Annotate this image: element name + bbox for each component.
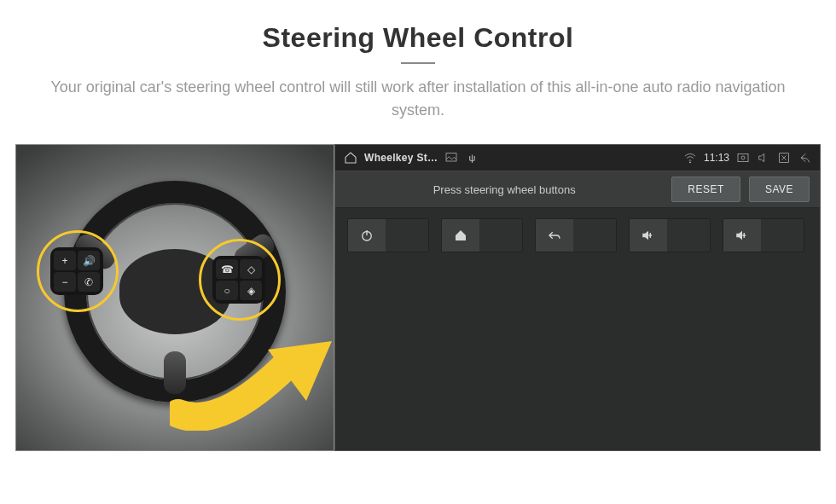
prompt-label: Press steering wheel buttons: [345, 183, 663, 196]
mute-icon[interactable]: [757, 151, 770, 165]
key-grid: [335, 208, 820, 450]
action-row: Press steering wheel buttons RESET SAVE: [335, 171, 820, 208]
key-home[interactable]: [441, 218, 523, 252]
return-icon: [536, 219, 573, 252]
wheel-btn-r4: ◈: [240, 281, 262, 300]
steering-wheel-photo: + 🔊 − ✆ ☎ ◇ ○ ◈: [15, 144, 334, 451]
usb-icon[interactable]: ψ: [465, 151, 479, 165]
image-icon[interactable]: [444, 151, 458, 165]
status-bar: Wheelkey St… ψ 11:13: [335, 145, 820, 171]
wheel-button-pad-left: + 🔊 − ✆: [50, 247, 103, 295]
home-icon[interactable]: [344, 151, 357, 165]
status-app-label: Wheelkey St…: [364, 152, 438, 164]
save-button[interactable]: SAVE: [749, 177, 810, 202]
head-unit-screen: Wheelkey St… ψ 11:13: [334, 144, 821, 451]
reset-button[interactable]: RESET: [671, 177, 740, 202]
arrow-indicator: [170, 328, 334, 431]
wheel-btn-phone: ✆: [78, 272, 100, 292]
title-underline: [401, 62, 435, 64]
wheel-btn-voice: 🔊: [78, 251, 100, 270]
capture-icon[interactable]: [736, 151, 750, 165]
key-back[interactable]: [535, 218, 617, 252]
wheel-btn-r1: ☎: [216, 259, 238, 279]
close-app-icon[interactable]: [777, 151, 791, 165]
volume-up-icon: [630, 219, 667, 252]
page-subtitle: Your original car's steering wheel contr…: [34, 76, 802, 122]
wheel-btn-r2: ◇: [240, 259, 262, 279]
wheel-btn-minus: −: [54, 272, 76, 292]
key-volume-up-2[interactable]: [723, 218, 804, 252]
home-fill-icon: [442, 219, 479, 252]
svg-point-2: [689, 161, 691, 163]
wheel-btn-r3: ○: [216, 281, 238, 300]
power-icon: [348, 219, 386, 252]
volume-up-icon: [723, 219, 761, 252]
status-time: 11:13: [704, 152, 729, 164]
wheel-btn-plus: +: [54, 251, 76, 270]
wifi-icon: [683, 151, 697, 165]
svg-rect-3: [738, 154, 748, 161]
wheel-button-pad-right: ☎ ◇ ○ ◈: [212, 256, 265, 304]
back-icon[interactable]: [798, 151, 811, 165]
page-title: Steering Wheel Control: [34, 22, 802, 54]
key-power[interactable]: [347, 218, 429, 252]
svg-rect-1: [446, 154, 456, 161]
svg-point-4: [741, 156, 745, 159]
key-volume-up-1[interactable]: [629, 218, 711, 252]
